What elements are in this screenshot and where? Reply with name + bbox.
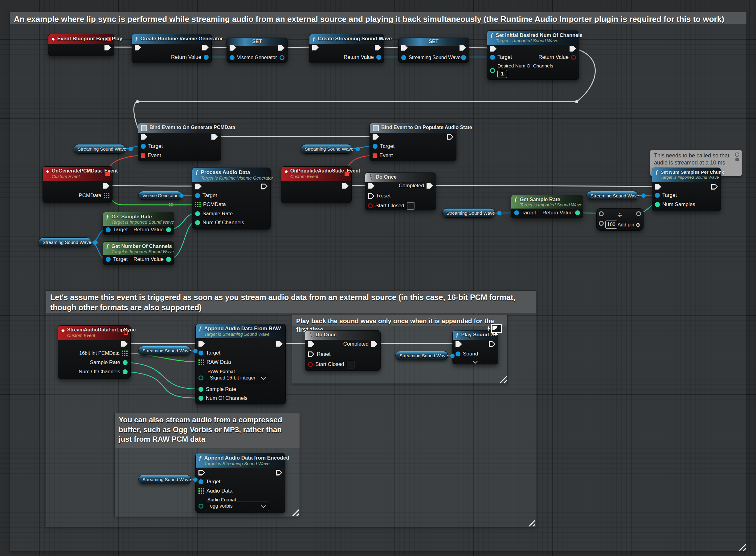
node-process-audio-data[interactable]: ƒ Process Audio Data Target is Runtime V… — [192, 168, 271, 230]
node-divide[interactable]: ÷ 100 Add pin ⊕ — [596, 208, 644, 231]
num-of-channels-pin[interactable] — [195, 220, 200, 225]
return-value-pin[interactable] — [575, 210, 580, 215]
sample-rate-pin[interactable] — [195, 211, 200, 216]
node-get-sample-rate-right[interactable]: ƒ Get Sample Rate Target is Imported Sou… — [511, 195, 583, 218]
delegate-pin[interactable] — [107, 37, 111, 41]
node-set-viseme-generator[interactable]: SET Viseme Generator — [227, 38, 288, 63]
event-delegate-pin[interactable] — [141, 153, 145, 158]
exec-out-pin[interactable] — [375, 45, 381, 50]
node-create-streaming-sound-wave[interactable]: ƒ Create Streaming Sound Wave Return Val… — [309, 34, 384, 63]
add-pin-button[interactable]: Add pin ⊕ — [618, 221, 640, 228]
target-pin[interactable] — [195, 193, 200, 198]
pill-streaming-sound-wave-2[interactable]: Streaming Sound Wave — [301, 144, 353, 154]
exec-out-pin[interactable] — [202, 45, 209, 50]
desired-num-of-channels-pin[interactable] — [490, 68, 495, 73]
node-set-num-samples-per-chunk[interactable]: ƒ Set Num Samples Per Chunk Target is Im… — [652, 168, 721, 211]
divide-input-b-value[interactable]: 100 — [605, 220, 617, 229]
exec-in-pin[interactable] — [198, 470, 205, 476]
viseme-generator-out-pin[interactable] — [280, 55, 285, 60]
start-closed-checkbox[interactable] — [407, 202, 415, 210]
num-of-channels-pin[interactable] — [198, 396, 203, 401]
sound-pin[interactable] — [456, 351, 460, 356]
blueprint-graph-canvas[interactable]: An example where lip sync is performed w… — [0, 0, 756, 556]
exec-out-pin[interactable] — [489, 341, 495, 347]
expand-advanced-chevron-icon[interactable] — [473, 358, 478, 363]
exec-in-pin[interactable] — [490, 46, 496, 52]
node-bind-event-on-populate-audio-state[interactable]: Bind Event to On Populate Audio State Ta… — [369, 123, 456, 161]
output-pin[interactable] — [129, 147, 133, 151]
num-of-channels-pin[interactable] — [123, 369, 128, 374]
target-pin[interactable] — [106, 257, 111, 262]
completed-exec-pin[interactable] — [427, 183, 433, 189]
wire-exec-doonce-setnumsamples[interactable] — [430, 185, 656, 186]
audio-data-array-pin[interactable] — [198, 488, 204, 494]
start-closed-checkbox[interactable] — [347, 361, 354, 369]
pill-streaming-sound-wave-1[interactable]: Streaming Sound Wave — [74, 144, 125, 154]
node-onpopulate-audiostate-event[interactable]: ◆ OnPopulateAudioState_Event Custom Even… — [281, 166, 352, 203]
start-closed-bool-pin[interactable] — [308, 362, 313, 367]
exec-in-pin[interactable] — [135, 45, 141, 50]
output-pin[interactable] — [93, 240, 98, 245]
audio-format-dropdown[interactable]: ogg vorbis — [206, 501, 269, 511]
pin-bubble-icon[interactable] — [735, 152, 739, 157]
sample-rate-pin[interactable] — [198, 387, 203, 392]
wire-int-samplerate-appendraw[interactable] — [124, 362, 199, 389]
pcmdata-array-pin[interactable] — [104, 193, 109, 198]
exec-out-pin[interactable] — [104, 45, 111, 50]
exec-in-pin[interactable] — [198, 341, 205, 347]
node-event-begin-play[interactable]: ◆ Event Blueprint Begin Play — [48, 34, 114, 56]
target-pin[interactable] — [106, 227, 111, 232]
completed-exec-pin[interactable] — [371, 341, 377, 347]
pill-streaming-sound-wave-6[interactable]: Streaming Sound Wave — [138, 346, 191, 355]
exec-out-pin[interactable] — [711, 184, 718, 190]
pill-streaming-sound-wave-3[interactable]: Streaming Sound Wave — [38, 238, 91, 247]
exec-out-pin[interactable] — [278, 45, 285, 51]
desired-num-of-channels-input[interactable]: 1 — [497, 70, 507, 78]
wire-exec-ongenerate-process[interactable] — [106, 185, 196, 186]
node-append-audio-data-from-raw[interactable]: ƒ Append Audio Data From RAW Target is S… — [195, 324, 286, 405]
output-pin[interactable] — [450, 354, 455, 358]
node-stream-audio-data-for-lipsync[interactable]: ◆ StreamAudioDataForLipSync Custom Event… — [58, 325, 131, 379]
reset-exec-pin[interactable] — [368, 193, 374, 199]
target-pin[interactable] — [490, 55, 495, 60]
target-pin[interactable] — [198, 351, 203, 355]
reset-exec-pin[interactable] — [308, 351, 315, 357]
node-do-once-2[interactable]: 1→ Do Once Completed Reset Start Closed — [305, 330, 381, 371]
exec-in-pin[interactable] — [401, 45, 408, 51]
divide-output-pin[interactable] — [636, 211, 641, 216]
node-set-streaming-sound-wave[interactable]: SET Streaming Sound Wave — [398, 38, 469, 63]
target-pin[interactable] — [655, 193, 660, 198]
node-ongenerate-pcmdata-event[interactable]: ◆ OnGeneratePCMData_Event Custom Event P… — [42, 166, 112, 203]
exec-out-pin[interactable] — [447, 134, 453, 140]
num-samples-pin[interactable] — [655, 202, 660, 207]
exec-in-pin[interactable] — [141, 134, 147, 140]
exec-in-pin[interactable] — [230, 45, 236, 51]
divide-input-a-pin[interactable] — [599, 211, 604, 216]
streaming-sound-wave-in-pin[interactable] — [401, 55, 406, 60]
exec-in-pin[interactable] — [372, 134, 379, 140]
exec-in-pin[interactable] — [312, 45, 319, 50]
exec-out-pin[interactable] — [276, 470, 282, 476]
exec-out-pin[interactable] — [261, 183, 267, 189]
target-pin[interactable] — [372, 144, 377, 149]
exec-in-pin[interactable] — [308, 341, 315, 347]
pill-streaming-sound-wave-5[interactable]: Streaming Sound Wave — [587, 191, 638, 200]
raw-format-enum-pin[interactable] — [198, 376, 203, 380]
node-do-once-1[interactable]: 1→ Do Once Completed Reset Start Closed — [365, 173, 436, 210]
target-pin[interactable] — [514, 210, 519, 215]
node-get-sample-rate-left[interactable]: ƒ Get Sample Rate Target is Imported Sou… — [103, 212, 174, 235]
return-value-pin[interactable] — [166, 257, 171, 262]
exec-out-pin[interactable] — [121, 341, 128, 347]
exec-out-pin[interactable] — [211, 134, 218, 140]
exec-in-pin[interactable] — [456, 341, 462, 347]
pill-streaming-sound-wave-7[interactable]: Streaming Sound Wave — [395, 351, 448, 360]
audio-format-enum-pin[interactable] — [198, 503, 203, 509]
output-pin[interactable] — [497, 211, 501, 215]
exec-out-pin[interactable] — [103, 183, 109, 189]
streaming-sound-wave-out-pin[interactable] — [461, 55, 466, 60]
target-pin[interactable] — [198, 479, 203, 484]
node-create-runtime-viseme-generator[interactable]: ƒ Create Runtime Viseme Generator Return… — [132, 34, 212, 63]
node-get-number-of-channels[interactable]: ƒ Get Number Of Channels Target is Impor… — [103, 242, 174, 265]
divide-input-b-pin[interactable] — [599, 221, 604, 226]
return-value-pin[interactable] — [376, 55, 381, 60]
